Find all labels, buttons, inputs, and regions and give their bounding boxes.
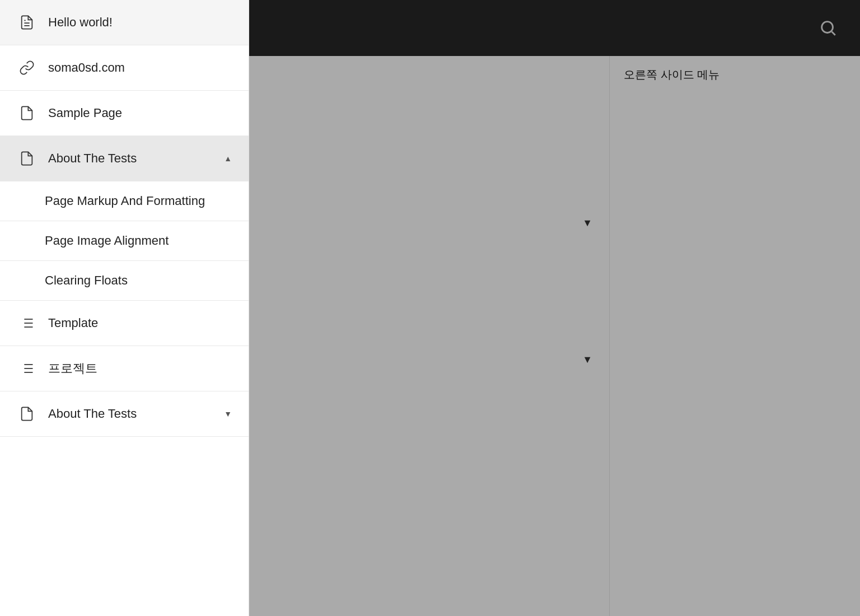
sidebar-item-about-tests-2[interactable]: About The Tests — [0, 391, 249, 437]
content-left: ▼ ▼ — [249, 56, 609, 616]
dropdown-arrow-1[interactable]: ▼ — [582, 217, 592, 229]
document-icon — [17, 404, 37, 424]
sidebar-subitem-page-image[interactable]: Page Image Alignment — [0, 221, 249, 261]
sidebar-item-hello-world[interactable]: Hello world! — [0, 0, 249, 45]
sidebar-item-label: About The Tests — [48, 407, 224, 421]
document-icon — [17, 12, 37, 32]
sidebar-item-template[interactable]: Template — [0, 301, 249, 346]
sidebar-item-soma0sd[interactable]: soma0sd.com — [0, 45, 249, 91]
sidebar-item-sample-page[interactable]: Sample Page — [0, 91, 249, 136]
right-sidebar: 오른쪽 사이드 메뉴 — [609, 56, 860, 616]
sidebar-item-label: 프로젝트 — [48, 360, 232, 377]
search-button[interactable] — [819, 18, 838, 38]
document-icon — [17, 148, 37, 169]
sidebar-item-label: About The Tests — [48, 151, 224, 166]
top-bar — [249, 0, 860, 56]
chevron-up-icon — [224, 153, 232, 164]
sidebar-item-project[interactable]: 프로젝트 — [0, 346, 249, 391]
sidebar-item-label: Page Image Alignment — [45, 234, 232, 248]
list-icon — [17, 313, 37, 333]
link-icon — [17, 58, 37, 78]
content-area: ▼ ▼ 오른쪽 사이드 메뉴 — [249, 56, 860, 616]
sidebar-subitem-page-markup[interactable]: Page Markup And Formatting — [0, 181, 249, 221]
dropdown-arrow-2[interactable]: ▼ — [582, 354, 592, 366]
sidebar: Hello world! soma0sd.com Sample Page — [0, 0, 249, 616]
right-sidebar-title: 오른쪽 사이드 메뉴 — [624, 67, 846, 82]
chevron-down-icon — [224, 409, 232, 419]
svg-point-15 — [822, 22, 833, 33]
sidebar-item-label: Hello world! — [48, 15, 232, 30]
document-icon — [17, 103, 37, 123]
list-icon — [17, 358, 37, 379]
svg-line-16 — [832, 32, 835, 35]
sidebar-item-label: Clearing Floats — [45, 273, 232, 288]
main-area: ▼ ▼ 오른쪽 사이드 메뉴 — [249, 0, 860, 616]
sidebar-subitem-clearing-floats[interactable]: Clearing Floats — [0, 261, 249, 301]
sidebar-item-about-tests[interactable]: About The Tests — [0, 136, 249, 181]
sidebar-item-label: Template — [48, 316, 232, 330]
sidebar-item-label: Sample Page — [48, 106, 232, 120]
sidebar-item-label: soma0sd.com — [48, 60, 232, 75]
sidebar-item-label: Page Markup And Formatting — [45, 194, 232, 208]
